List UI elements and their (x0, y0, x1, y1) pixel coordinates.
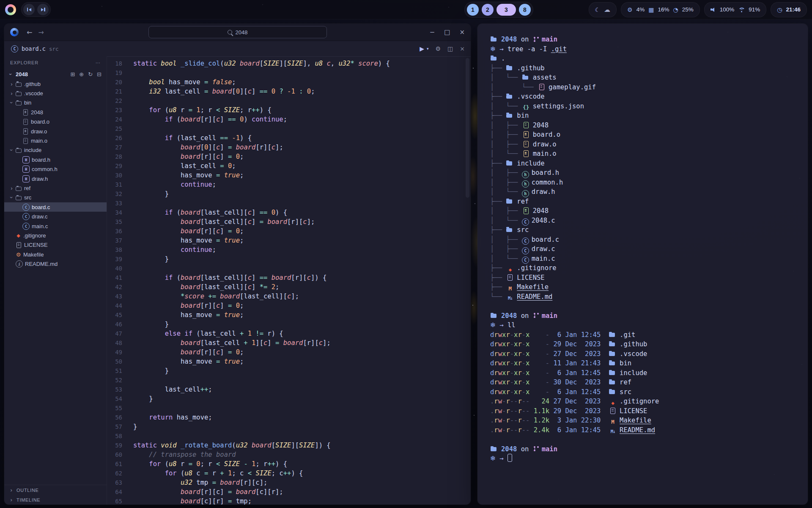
more-icon[interactable]: ⋯ (96, 60, 101, 66)
code-line[interactable]: 59static void _rotate_board(u32 board[SI… (107, 441, 471, 450)
project-root-row[interactable]: › 2048 ⊞ ⊕ ↻ ⊟ (4, 69, 107, 79)
code-line[interactable]: 34 if (board[last_cell][c] == 0) { (107, 208, 471, 217)
search-bar[interactable]: 2048 (148, 26, 327, 39)
tree-item-board.c[interactable]: ›Cboard.c (4, 202, 107, 212)
minimize-button[interactable]: − (430, 28, 435, 36)
tab-board-c[interactable]: C board.c src (11, 45, 58, 52)
tree-item-.vscode[interactable]: ›.vscode (4, 88, 107, 98)
code-line[interactable]: 30 has_move = true; (107, 171, 471, 180)
code-line[interactable]: 23 for (u8 r = 1; r < SIZE; r++) { (107, 105, 471, 115)
tree-item-board.h[interactable]: ›Hboard.h (4, 155, 107, 164)
code-line[interactable]: 35 board[last_cell][c] = board[r][c]; (107, 217, 471, 226)
app-launcher-icon[interactable] (5, 4, 16, 15)
refresh-button[interactable]: ↻ (88, 71, 93, 77)
code-line[interactable]: 43 *score += board[last_cell][c]; (107, 292, 471, 301)
tree-item-draw.h[interactable]: ›Hdraw.h (4, 174, 107, 183)
code-line[interactable]: 38 continue; (107, 245, 471, 254)
code-line[interactable]: 47 else if (last_cell + 1 != r) { (107, 329, 471, 338)
close-editor-button[interactable]: × (460, 45, 465, 52)
weather-widget[interactable]: ☾ ☁ (589, 2, 617, 17)
tree-item-LICENSE[interactable]: ›LICENSE (4, 240, 107, 250)
code-line[interactable]: 28 board[r][c] = 0; (107, 152, 471, 161)
code-line[interactable]: 26 if (last_cell == -1) { (107, 133, 471, 143)
code-line[interactable]: 48 board[last_cell + 1][c] = board[r][c]… (107, 338, 471, 348)
new-file-button[interactable]: ⊞ (70, 71, 75, 77)
forward-icon[interactable]: → (38, 28, 44, 36)
run-dropdown-icon[interactable]: ▾ (427, 47, 429, 51)
code-line[interactable]: 22 (107, 96, 471, 105)
split-editor-button[interactable]: ◫ (447, 45, 453, 52)
code-line[interactable]: 56 return has_move; (107, 413, 471, 422)
code-line[interactable]: 58 (107, 431, 471, 441)
code-line[interactable]: 44 board[r][c] = 0; (107, 301, 471, 310)
code-line[interactable]: 24 if (board[r][c] == 0) continue; (107, 115, 471, 124)
tree-item-main.c[interactable]: ›Cmain.c (4, 221, 107, 231)
system-stats-widget[interactable]: ⚙ 4% ▦ 16% ◔ 25% (621, 2, 700, 17)
workspace-pill-2[interactable]: 2 (482, 4, 494, 16)
code-line[interactable]: 36 board[r][c] = 0; (107, 226, 471, 236)
code-line[interactable]: 45 has_move = true; (107, 310, 471, 320)
timeline-panel[interactable]: › TIMELINE (4, 495, 107, 505)
new-folder-button[interactable]: ⊕ (79, 71, 84, 77)
code-line[interactable]: 62 for (u8 c = r + 1; c < SIZE; c++) { (107, 469, 471, 478)
code-line[interactable]: 50 has_move = true; (107, 357, 471, 366)
code-line[interactable]: 55 (107, 403, 471, 413)
code-line[interactable]: 60 // transpose the board (107, 450, 471, 459)
code-line[interactable]: 39 } (107, 254, 471, 264)
media-prev-button[interactable] (23, 4, 35, 15)
code-line[interactable]: 29 last_cell = 0; (107, 161, 471, 171)
tree-item-.github[interactable]: ›.github (4, 79, 107, 88)
tree-item-ref[interactable]: ›ref (4, 183, 107, 193)
code-line[interactable]: 18static bool _slide_col(u32 board[SIZE]… (107, 59, 471, 68)
code-line[interactable]: 57} (107, 422, 471, 431)
maximize-button[interactable]: □ (444, 28, 450, 36)
tree-item-README.md[interactable]: ›iREADME.md (4, 259, 107, 268)
code-line[interactable]: 20 bool has_move = false; (107, 77, 471, 87)
tree-item-src[interactable]: ›src (4, 193, 107, 202)
code-line[interactable]: 37 has_move = true; (107, 236, 471, 245)
tree-item-draw.o[interactable]: ›draw.o (4, 127, 107, 136)
code-line[interactable]: 51 } (107, 366, 471, 375)
workspace-pill-8[interactable]: 8 (519, 4, 531, 16)
code-line[interactable]: 61 for (u8 r = 0; r < SIZE - 1; r++) { (107, 459, 471, 469)
tree-item-common.h[interactable]: ›Hcommon.h (4, 165, 107, 174)
tree-item-Makefile[interactable]: ›⚙Makefile (4, 250, 107, 259)
close-button[interactable]: × (459, 28, 465, 36)
media-next-button[interactable] (37, 4, 49, 15)
tree-item-bin[interactable]: ›bin (4, 98, 107, 108)
tree-item-2048[interactable]: ›2048 (4, 108, 107, 117)
code-line[interactable]: 40 (107, 264, 471, 273)
tree-item-main.o[interactable]: ›main.o (4, 136, 107, 145)
tree-item-draw.c[interactable]: ›Cdraw.c (4, 212, 107, 221)
code-line[interactable]: 64 board[r][c] = board[c][r]; (107, 487, 471, 497)
editor-titlebar[interactable]: ← → 2048 − □ × (4, 24, 471, 41)
code-line[interactable]: 42 board[last_cell][c] *= 2; (107, 282, 471, 292)
settings-icon[interactable]: ⚙ (435, 45, 441, 52)
tree-item-include[interactable]: ›include (4, 146, 107, 155)
code-line[interactable]: 41 if (board[last_cell][c] == board[r][c… (107, 273, 471, 282)
tree-item-.gitignore[interactable]: ›◆.gitignore (4, 231, 107, 240)
code-line[interactable]: 27 board[0][c] = board[r][c]; (107, 143, 471, 152)
code-line[interactable]: 63 u32 tmp = board[r][c]; (107, 478, 471, 487)
run-button[interactable]: ▶ (420, 45, 424, 52)
workspace-pill-1[interactable]: 1 (467, 4, 479, 16)
collapse-all-button[interactable]: ⊟ (97, 71, 102, 77)
terminal-window[interactable]: 2048 on main❄ → tree -a -I .git.├── .git… (477, 24, 808, 505)
outline-panel[interactable]: › OUTLINE (4, 485, 107, 495)
clock-widget[interactable]: ◷ 21:46 (771, 2, 807, 17)
code-line[interactable]: 53 last_cell++; (107, 385, 471, 394)
code-line[interactable]: 25 (107, 124, 471, 133)
code-editor[interactable]: 18static bool _slide_col(u32 board[SIZE]… (107, 56, 471, 505)
code-line[interactable]: 54 } (107, 394, 471, 403)
code-line[interactable]: 49 board[r][c] = 0; (107, 348, 471, 357)
tree-item-board.o[interactable]: ›board.o (4, 117, 107, 127)
code-line[interactable]: 19 (107, 68, 471, 77)
editor-scrollbar[interactable] (466, 58, 469, 198)
code-line[interactable]: 32 } (107, 189, 471, 199)
workspace-pill-3-active[interactable]: 3 (497, 4, 516, 16)
terminal-output[interactable]: 2048 on main❄ → tree -a -I .git.├── .git… (477, 24, 808, 505)
code-line[interactable]: 21 i32 last_cell = board[0][c] == 0 ? -1… (107, 87, 471, 96)
code-line[interactable]: 33 (107, 199, 471, 208)
audio-network-widget[interactable]: 100% 91% (704, 2, 767, 17)
code-line[interactable]: 31 continue; (107, 180, 471, 189)
